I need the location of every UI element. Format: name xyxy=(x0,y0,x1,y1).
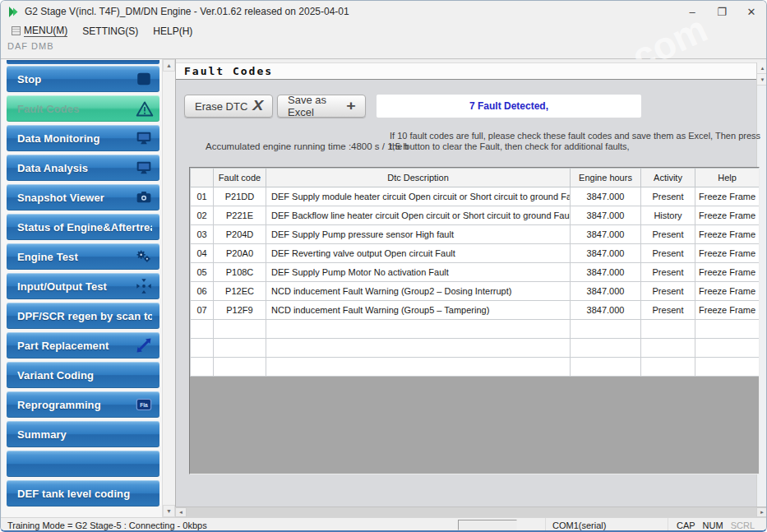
column-header-activity: Activity xyxy=(641,169,695,187)
engine-hours: 3847.000 xyxy=(571,282,641,301)
sidebar-item-label: Data Analysis xyxy=(17,162,132,174)
stop-icon xyxy=(136,71,152,87)
table-row[interactable]: 05P108CDEF Supply Pump Motor No activati… xyxy=(191,263,760,282)
scroll-up-icon[interactable]: ▲ xyxy=(163,59,175,72)
sidebar-item-reprogramming[interactable]: ReprogrammingFla xyxy=(7,391,159,418)
dtc-description: DEF Reverting valve output Open circuit … xyxy=(266,244,571,263)
close-button[interactable]: ✕ xyxy=(737,1,766,22)
fault-code: P20A0 xyxy=(214,244,266,263)
panel-header: Fault Codes xyxy=(176,62,756,80)
row-number: 05 xyxy=(191,263,214,282)
warning-triangle-icon xyxy=(136,100,152,117)
scroll-down-icon[interactable]: ▼ xyxy=(163,505,175,517)
io-arrows-icon xyxy=(136,278,152,294)
menu-item-label: SETTING(S) xyxy=(82,25,138,37)
engine-hours: 3847.000 xyxy=(571,301,641,320)
fault-table-container: Fault codeDtc DescriptionEngine hoursAct… xyxy=(189,167,760,474)
model-label: DAF DMB xyxy=(7,41,54,51)
dtc-description: DEF Supply Pump pressure sensor High fau… xyxy=(266,225,571,244)
erase-dtc-button[interactable]: Erase DTC X xyxy=(184,95,273,118)
row-number: 01 xyxy=(191,187,214,206)
sidebar-item-blank[interactable] xyxy=(7,451,159,477)
status-bar: Training Mode = G2 Stage-5 : Connecting … xyxy=(1,517,766,532)
scroll-right-icon[interactable]: ► xyxy=(756,507,767,517)
maximize-button[interactable]: ❐ xyxy=(707,1,737,22)
table-row-empty[interactable] xyxy=(191,358,760,377)
table-row[interactable]: 03P204DDEF Supply Pump pressure sensor H… xyxy=(191,225,760,244)
fault-code: P12EC xyxy=(214,282,266,301)
menu-item-menum[interactable]: MENU(M) xyxy=(4,23,75,39)
table-row[interactable]: 01P21DDDEF Supply module heater circuit … xyxy=(191,187,760,206)
save-as-excel-button[interactable]: Save as Excel + xyxy=(277,95,366,118)
menu-bar: MENU(M)SETTING(S)HELP(H) xyxy=(1,22,766,39)
column-header-help: Help xyxy=(695,169,760,187)
sidebar-scrollbar[interactable]: ▲ ▼ xyxy=(162,59,175,517)
fault-detected-text: 7 Fault Detected, xyxy=(469,100,548,112)
activity: History xyxy=(641,206,695,225)
table-row[interactable]: 04P20A0DEF Reverting valve output Open c… xyxy=(191,244,760,263)
title-bar: G2 Stage V(incl. T4F)_DM/DN Engine - Ver… xyxy=(1,1,766,22)
dtc-description xyxy=(266,358,571,377)
main-panel: Fault Codes ▲ ▼ Erase DTC X Save as Exce… xyxy=(175,59,767,507)
sidebar-item-data-monitoring[interactable]: Data Monitoring xyxy=(7,125,159,151)
minimize-button[interactable]: – xyxy=(677,1,707,22)
fault-table: Fault codeDtc DescriptionEngine hoursAct… xyxy=(190,168,760,377)
sidebar-item-label: Summary xyxy=(17,428,152,441)
menu-item-helph[interactable]: HELP(H) xyxy=(146,24,200,39)
menu-item-settings[interactable]: SETTING(S) xyxy=(75,24,146,39)
activity: Present xyxy=(641,282,695,301)
cap-indicator: CAP xyxy=(677,520,695,530)
save-as-excel-label: Save as Excel xyxy=(288,94,347,118)
monitor-icon xyxy=(136,160,152,176)
row-number: 06 xyxy=(191,282,214,301)
sidebar-item-status-of-engine-aftertreatment[interactable]: Status of Engine&Aftertreatment xyxy=(7,214,159,240)
panel-horizontal-scrollbar[interactable]: ◄ ► xyxy=(175,507,767,517)
fault-code: P21DD xyxy=(214,187,266,206)
engine-hours xyxy=(571,320,641,339)
flash-box-icon: Fla xyxy=(136,396,152,413)
sidebar-item-def-tank-level-coding[interactable]: DEF tank level coding xyxy=(7,480,159,507)
sidebar-item-label: Input/Output Test xyxy=(17,280,132,293)
gears-icon xyxy=(136,248,152,265)
connection-status: Training Mode = G2 Stage-5 : Connecting … xyxy=(1,520,458,530)
table-row-empty[interactable] xyxy=(191,320,760,339)
table-row-empty[interactable] xyxy=(191,339,760,358)
sidebar-item-fault-codes[interactable]: Fault Codes xyxy=(7,95,159,122)
sidebar-item-variant-coding[interactable]: Variant Coding xyxy=(7,362,159,388)
dtc-description xyxy=(266,339,571,358)
column-header-dtc-description: Dtc Description xyxy=(266,169,571,187)
sidebar-item-summary[interactable]: Summary xyxy=(7,421,159,447)
sidebar-item-input-output-test[interactable]: Input/Output Test xyxy=(7,273,159,299)
engine-hours: 3847.000 xyxy=(571,244,641,263)
sidebar-list: StopFault CodesData MonitoringData Analy… xyxy=(2,64,162,507)
num-indicator: NUM xyxy=(703,520,723,530)
sidebar-item-label: Data Monitoring xyxy=(17,132,132,145)
table-row[interactable]: 07P12F9NCD inducement Fault Warning (Gro… xyxy=(191,301,760,320)
scroll-up-icon[interactable]: ▲ xyxy=(757,62,767,74)
panel-content: Erase DTC X Save as Excel + 7 Fault Dete… xyxy=(176,80,756,507)
activity xyxy=(641,358,695,377)
fault-note: If 10 fault codes are full, please check… xyxy=(390,131,761,152)
sidebar-item-stop[interactable]: Stop xyxy=(7,66,159,92)
fault-code: P204D xyxy=(214,225,266,244)
toolbar: Erase DTC X Save as Excel + 7 Fault Dete… xyxy=(184,95,641,118)
activity: Present xyxy=(641,263,695,282)
engine-hours xyxy=(571,339,641,358)
sidebar-item-snapshot-viewer[interactable]: Snapshot Viewer xyxy=(7,184,159,210)
table-row[interactable]: 06P12ECNCD inducement Fault Warning (Gro… xyxy=(191,282,760,301)
menu-grid-icon xyxy=(12,26,21,35)
scroll-left-icon[interactable]: ◄ xyxy=(175,507,187,517)
table-row[interactable]: 02P221EDEF Backflow line heater circuit … xyxy=(191,206,760,225)
sidebar-item-data-analysis[interactable]: Data Analysis xyxy=(7,155,159,181)
sidebar-item-part-replacement[interactable]: Part Replacement xyxy=(7,332,159,359)
dtc-description: DEF Supply Pump Motor No activation Faul… xyxy=(266,263,571,282)
row-number: 04 xyxy=(191,244,214,263)
row-number: 03 xyxy=(191,225,214,244)
fault-detected-box: 7 Fault Detected, xyxy=(377,95,641,118)
dtc-description: DEF Backflow line heater circuit Open ci… xyxy=(266,206,571,225)
fault-code: P108C xyxy=(214,263,266,282)
help: Freeze Frame xyxy=(695,225,760,244)
sidebar-item-engine-test[interactable]: Engine Test xyxy=(7,243,159,270)
sidebar-item-dpf-scr-regen-by-scan-tool[interactable]: DPF/SCR regen by scan tool xyxy=(7,303,159,329)
scroll-down-icon[interactable]: ▼ xyxy=(757,74,767,86)
